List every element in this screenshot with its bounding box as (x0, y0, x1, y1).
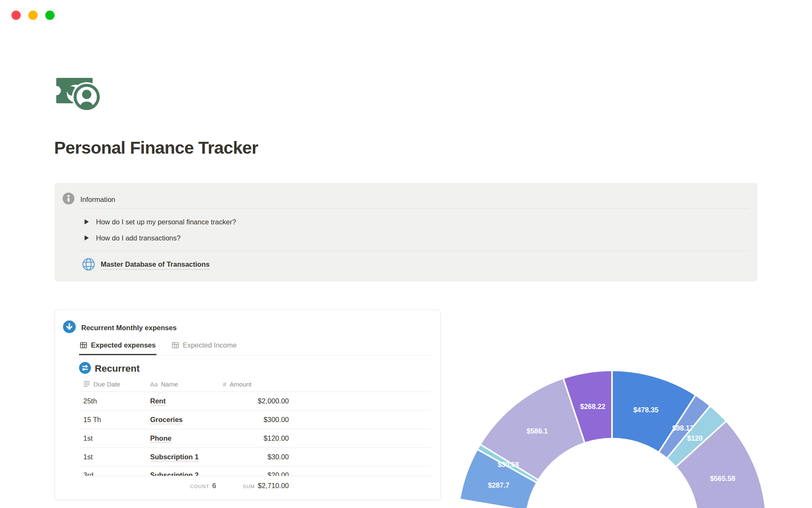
toggle-label: How do I set up my personal finance trac… (96, 218, 236, 226)
column-label: Name (161, 381, 178, 388)
toggle-label: How do I add transactions? (96, 234, 181, 242)
info-icon (63, 193, 74, 206)
page-title: Personal Finance Tracker (54, 138, 258, 158)
donut-slice-label: $268.22 (580, 403, 606, 410)
name-page-link[interactable]: Subscription 2 (150, 471, 199, 476)
tab-label: Expected Income (183, 341, 237, 349)
window-controls (11, 11, 55, 20)
due-date-cell: 3rd (83, 471, 150, 476)
sum-value: $2,710.00 (258, 482, 289, 489)
table-row: 25thRent$2,000.00 (79, 392, 431, 411)
master-database-link[interactable]: Master Database of Transactions (82, 257, 210, 273)
table-row: 3rdSubscription 2$20.00 (79, 467, 431, 476)
amount-cell: $20.00 (223, 471, 289, 476)
recurrent-section-title: Recurrent (95, 363, 140, 374)
zoom-button[interactable] (45, 11, 55, 20)
donut-slice-label: $565.58 (710, 475, 735, 482)
divider (79, 251, 749, 251)
due-date-cell: 15 Th (83, 416, 150, 424)
information-callout: Information How do I set up my personal … (55, 183, 757, 282)
toggle-setup-question[interactable]: How do I set up my personal finance trac… (85, 215, 236, 229)
name-page-link[interactable]: Rent (150, 397, 166, 406)
name-cell[interactable]: Subscription 2 (150, 471, 223, 476)
name-page-link[interactable]: Phone (150, 434, 171, 443)
due-date-cell: 1st (83, 434, 150, 442)
card-title: Recurrent Monthly expenses (81, 324, 177, 332)
table-row: 15 ThGroceries$300.00 (79, 411, 431, 429)
money-banknote-icon[interactable] (55, 76, 103, 113)
donut-slice-label: $120 (687, 434, 703, 442)
donut-slice-label: $98.17 (672, 424, 693, 432)
sum-label: SUM (243, 484, 255, 489)
circle-down-arrow-icon (63, 320, 76, 335)
sum-calculation[interactable]: SUM$2,710.00 (223, 482, 289, 490)
count-value: 6 (212, 482, 216, 489)
name-cell[interactable]: Rent (150, 397, 223, 405)
toggle-triangle-icon (85, 219, 89, 224)
table-view-icon (172, 342, 179, 349)
table-row: 1stPhone$120.00 (79, 429, 431, 448)
globe-icon (82, 257, 96, 273)
count-calculation[interactable]: COUNT6 (150, 482, 223, 490)
name-page-link[interactable]: Groceries (150, 416, 183, 424)
column-header-name[interactable]: Aa Name (150, 381, 223, 388)
divider (79, 208, 749, 209)
master-database-link-label: Master Database of Transactions (101, 260, 210, 270)
name-cell[interactable]: Phone (150, 434, 223, 442)
donut-slice-label: $586.1 (527, 427, 548, 435)
text-Aa-icon: Aa (150, 381, 158, 388)
tab-expected-expenses[interactable]: Expected expenses (79, 338, 156, 355)
donut-slice-label: $478.35 (633, 406, 658, 414)
table-rows: 25thRent$2,000.0015 ThGroceries$300.001s… (79, 392, 431, 476)
tab-label: Expected expenses (91, 341, 156, 349)
minimize-button[interactable] (28, 11, 38, 20)
tab-expected-income[interactable]: Expected Income (171, 338, 238, 355)
count-label: COUNT (190, 484, 209, 489)
table-footer: COUNT6 SUM$2,710.00 (79, 476, 431, 495)
column-label: Amount (230, 381, 252, 388)
donut-slice-label: $287.7 (488, 481, 509, 489)
close-button[interactable] (11, 11, 21, 20)
amount-cell: $30.00 (223, 453, 289, 461)
list-lines-icon (83, 380, 90, 388)
donut-slice-label: $30.68 (498, 461, 519, 468)
name-page-link[interactable]: Subscription 1 (150, 453, 199, 461)
table-row: 1stSubscription 1$30.00 (79, 448, 431, 467)
name-cell[interactable]: Subscription 1 (150, 453, 223, 461)
amount-cell: $300.00 (223, 416, 289, 424)
column-header-amount[interactable]: # Amount (223, 381, 289, 388)
callout-title: Information (80, 196, 115, 204)
column-header-due-date[interactable]: Due Date (83, 380, 150, 388)
amount-cell: $2,000.00 (223, 397, 289, 405)
amount-cell: $120.00 (223, 434, 289, 442)
due-date-cell: 1st (83, 453, 150, 461)
circle-left-right-arrow-icon (79, 362, 91, 375)
number-hash-icon: # (223, 381, 226, 388)
view-tabs: Expected expenses Expected Income (79, 338, 431, 356)
expenses-donut-chart: $478.35$98.17$120$565.58$268.22$586.1$30… (440, 363, 812, 508)
column-label: Due Date (93, 381, 120, 388)
table-header: Due Date Aa Name # Amount (79, 377, 431, 392)
recurrent-expenses-card: Recurrent Monthly expenses Expected expe… (55, 309, 441, 500)
toggle-add-transactions-question[interactable]: How do I add transactions? (85, 231, 181, 245)
toggle-triangle-icon (85, 235, 89, 240)
name-cell[interactable]: Groceries (150, 416, 223, 424)
due-date-cell: 25th (83, 397, 150, 405)
table-view-icon (80, 342, 87, 349)
